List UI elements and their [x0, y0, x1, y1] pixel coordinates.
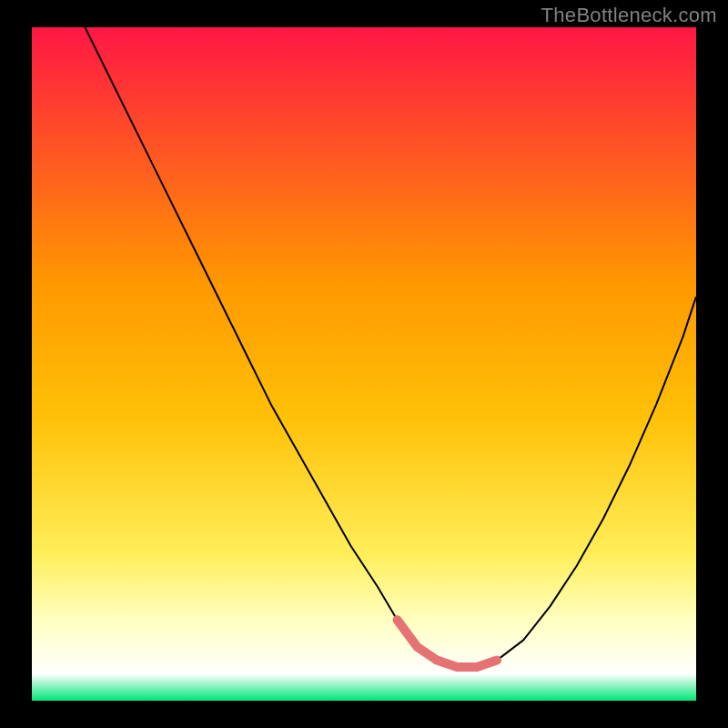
- plot-area: [32, 27, 696, 701]
- gradient-background: [32, 27, 696, 701]
- watermark-text: TheBottleneck.com: [541, 4, 717, 27]
- chart-container: TheBottleneck.com: [0, 0, 728, 728]
